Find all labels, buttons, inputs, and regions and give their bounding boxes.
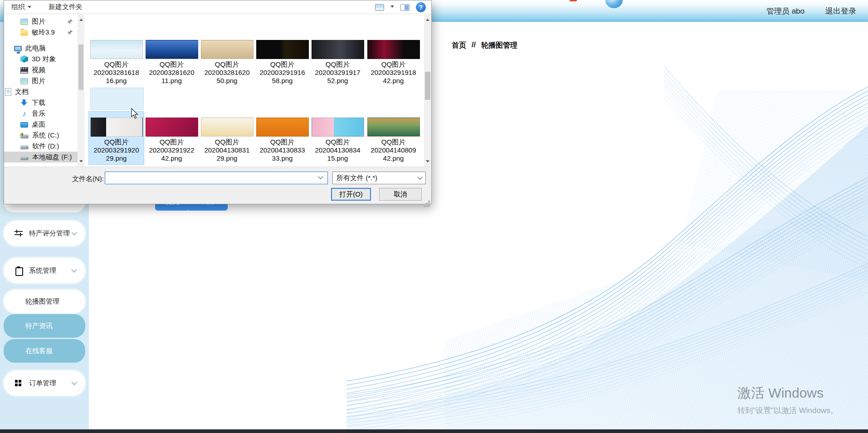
folder-tree: 图片 敏玲3.9 此电脑 3D 对象 视频 图片 文档 — [4, 15, 78, 167]
sidebar-item-rating-management[interactable]: 特产评分管理 — [4, 221, 85, 246]
sidebar-item-label: 特产资讯 — [25, 322, 85, 330]
chevron-down-icon — [28, 6, 31, 10]
tree-item-label: 文档 — [15, 88, 29, 96]
breadcrumb-current: 轮播图管理 — [481, 41, 517, 50]
tree-item-label: 桌面 — [32, 120, 45, 129]
sidebar-item-label: 系统管理 — [29, 266, 72, 275]
file-list-scrollbar[interactable] — [424, 15, 431, 167]
file-thumbnail — [312, 40, 364, 59]
filetype-value: 所有文件 (*.*) — [336, 174, 377, 182]
resize-grip[interactable] — [428, 201, 430, 202]
filename-label: 文件名(N): — [72, 175, 104, 183]
chevron-down-icon[interactable] — [390, 5, 394, 10]
file-item[interactable]: QQ图片 202003291922 42.png — [144, 118, 199, 162]
tree-item-downloads[interactable]: 下载 — [4, 97, 78, 108]
organize-menu-button[interactable]: 组织 — [11, 3, 31, 11]
sidebar-item-specialty-news[interactable]: 特产资讯 — [4, 314, 85, 338]
tree-item-label: 3D 对象 — [32, 55, 56, 64]
computer-icon — [14, 46, 22, 51]
help-icon[interactable]: ? — [416, 2, 426, 12]
sidebar-item-carousel-management[interactable]: 轮播图管理 — [4, 290, 85, 313]
documents-icon — [5, 88, 11, 96]
file-thumbnail — [367, 40, 420, 59]
new-folder-button[interactable]: 新建文件夹 — [49, 3, 83, 11]
view-mode-icon[interactable] — [375, 4, 384, 11]
logout-link[interactable]: 退出登录 — [825, 6, 856, 16]
watermark-line2: 转到"设置"以激活 Windows。 — [737, 405, 838, 416]
file-name: QQ图片 — [89, 60, 144, 69]
file-item[interactable]: QQ图片 202003281620 11.png — [144, 40, 199, 85]
file-name: QQ图片 — [200, 60, 254, 69]
open-button[interactable]: 打开(O) — [331, 188, 371, 201]
file-item[interactable]: QQ图片 202003281620 50.png — [200, 40, 254, 85]
file-name: QQ图片 — [144, 138, 199, 146]
scrollbar-thumb[interactable] — [425, 72, 430, 100]
file-thumbnail — [146, 40, 198, 59]
music-icon: ♪ — [20, 110, 28, 118]
file-thumbnail — [201, 118, 254, 137]
drive-icon — [20, 156, 29, 160]
file-item[interactable]: QQ图片 202004130834 15.png — [310, 118, 365, 162]
drive-icon — [20, 134, 29, 138]
folder-icon — [20, 30, 28, 36]
breadcrumb: 首页 // 轮播图管理 — [452, 41, 517, 50]
file-thumbnail — [256, 40, 309, 59]
sliders-icon — [15, 229, 23, 237]
hover-highlight — [91, 88, 143, 109]
file-name: QQ图片 — [144, 60, 199, 69]
drive-icon — [20, 145, 29, 149]
tree-item-videos[interactable]: 视频 — [4, 64, 78, 75]
scroll-down-icon[interactable] — [79, 160, 83, 164]
file-item[interactable]: QQ图片 202003291917 52.png — [310, 40, 365, 85]
tree-item-desktop[interactable]: 桌面 — [4, 119, 78, 130]
windows-activation-watermark: 激活 Windows 转到"设置"以激活 Windows。 — [737, 384, 838, 416]
tree-item-drive-c[interactable]: 系统 (C:) — [4, 130, 78, 141]
file-thumbnail — [312, 118, 364, 137]
tree-item-label: 本地磁盘 (F:) — [32, 153, 72, 162]
tree-item-label: 图片 — [32, 17, 45, 26]
breadcrumb-home[interactable]: 首页 — [452, 41, 466, 50]
globe-graphic — [605, 0, 623, 8]
sidebar-item-label: 特产评分管理 — [29, 229, 72, 238]
file-name: QQ图片 — [310, 60, 365, 69]
pin-icon — [67, 19, 73, 25]
tree-scrollbar[interactable] — [78, 15, 84, 167]
dialog-cancel-button[interactable]: 取消 — [379, 188, 422, 201]
bottom-bar — [0, 429, 868, 433]
arrow-cursor-icon — [131, 108, 139, 120]
scroll-up-icon[interactable] — [79, 17, 83, 21]
videos-icon — [20, 67, 28, 74]
tree-item-documents[interactable]: 文档 — [4, 86, 78, 97]
file-item[interactable]: QQ图片 202004130831 29.png — [200, 118, 254, 162]
file-item[interactable]: QQ图片 202003291916 58.png — [255, 40, 310, 85]
preview-pane-icon[interactable] — [400, 4, 410, 11]
file-thumbnail — [201, 40, 254, 59]
file-open-dialog: 组织 新建文件夹 ? 图片 敏玲3.9 此电脑 — [4, 0, 432, 204]
chevron-down-icon — [71, 379, 77, 385]
scroll-down-icon[interactable] — [426, 160, 429, 164]
tree-item-drive-f[interactable]: 本地磁盘 (F:) — [4, 152, 78, 162]
tree-item-pictures-pinned[interactable]: 图片 — [4, 16, 78, 27]
sidebar-item-order-management[interactable]: 订单管理 — [4, 370, 85, 396]
dialog-toolbar: 组织 新建文件夹 ? — [4, 0, 431, 14]
tree-item-this-pc[interactable]: 此电脑 — [4, 43, 78, 54]
desktop-icon — [20, 122, 28, 128]
tree-item-pictures[interactable]: 图片 — [4, 75, 78, 86]
file-item[interactable]: QQ图片 202003291918 42.png — [366, 40, 421, 85]
tree-item-music[interactable]: ♪ 音乐 — [4, 108, 78, 119]
sidebar-item-system-management[interactable]: 系统管理 — [4, 258, 85, 283]
filename-input[interactable] — [105, 172, 328, 184]
tree-item-drive-d[interactable]: 软件 (D:) — [4, 141, 78, 152]
scroll-up-icon[interactable] — [426, 17, 429, 21]
file-name: QQ图片 — [89, 138, 144, 146]
filetype-select[interactable]: 所有文件 (*.*) — [332, 172, 426, 184]
scrollbar-thumb[interactable] — [78, 44, 83, 90]
tree-item-minling-folder[interactable]: 敏玲3.9 — [4, 27, 78, 38]
sidebar-item-online-service[interactable]: 在线客服 — [4, 339, 85, 363]
file-item[interactable]: QQ图片 202003281618 16.png — [89, 40, 144, 85]
file-item[interactable]: QQ图片 202004130833 33.png — [255, 118, 310, 162]
file-thumbnail — [367, 118, 420, 137]
tree-item-3d-objects[interactable]: 3D 对象 — [4, 54, 78, 64]
file-item[interactable]: QQ图片 202004140809 42.png — [366, 118, 421, 162]
tree-item-label: 视频 — [32, 66, 45, 74]
